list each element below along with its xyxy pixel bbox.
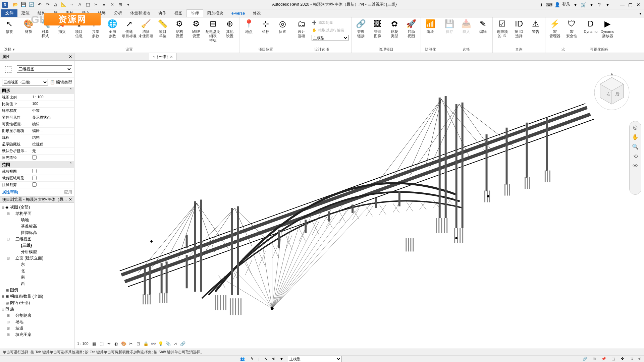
tree-node-立面 (建筑立面)[interactable]: ⊟立面 (建筑立面) [1, 255, 73, 261]
tree-node-基准标高[interactable]: 基准标高 [1, 223, 73, 230]
vcb-style-icon[interactable]: ⬚ [99, 341, 105, 347]
prop-value[interactable]: 显示原状态 [30, 114, 74, 121]
tree-twisty-icon[interactable]: ⊞ [6, 313, 10, 318]
design-option-select[interactable]: 主模型 [312, 35, 348, 41]
tree-twisty-icon[interactable]: ⊟ [1, 205, 5, 209]
status-link-select-icon[interactable]: 🔗 [582, 356, 588, 362]
prop-category-范围[interactable]: 范围⌃ [0, 161, 74, 168]
vcb-crop-show-icon[interactable]: ⊡ [136, 341, 142, 347]
status-pin-icon[interactable]: 📌 [601, 356, 607, 362]
prop-value[interactable]: 编辑... [30, 121, 74, 127]
prop-value[interactable] [30, 182, 74, 188]
tree-node-北[interactable]: 北 [1, 268, 73, 274]
ribbon-row-拾取以进行编辑[interactable]: ✋拾取以进行编辑 [310, 26, 350, 34]
type-dropdown[interactable]: 三维视图 [17, 65, 72, 73]
tree-node-分割轮廓[interactable]: ⊞分割轮廓 [1, 312, 73, 319]
prop-checkbox[interactable] [32, 182, 37, 187]
tree-node-东[interactable]: 东 [1, 261, 73, 268]
ribbon-btn-宏安全性[interactable]: 🛡宏安全性 [564, 18, 580, 39]
tree-node-{三维}[interactable]: {三维} [1, 242, 73, 249]
tree-twisty-icon[interactable]: ⊞ [6, 320, 10, 324]
document-tab-3d[interactable]: ⌂ {三维} ✕ [149, 53, 177, 60]
info-icon[interactable]: ℹ [538, 2, 544, 8]
qat-measure-icon[interactable]: 📐 [60, 1, 67, 8]
qat-close-icon[interactable]: ✕ [109, 1, 115, 8]
prop-checkbox[interactable] [32, 169, 37, 173]
vcb-temp-icon[interactable]: 👓 [150, 341, 156, 347]
qat-redo-icon[interactable]: ↷ [44, 1, 51, 8]
tree-node-族[interactable]: ⊞凹族 [1, 306, 73, 312]
ribbon-btn-清除未使用项[interactable]: 🧹清除未使用项 [138, 18, 154, 39]
status-face-icon[interactable]: ⬚ [610, 356, 616, 362]
ribbon-btn-传递项目标准[interactable]: ↗传递项目标准 [121, 18, 137, 39]
ribbon-btn-管理链接[interactable]: 🔗管理链接 [353, 18, 369, 39]
tree-node-图例[interactable]: ▦图例 [1, 287, 73, 293]
qat-3d-icon[interactable]: ⬚ [85, 1, 91, 8]
ribbon-btn-MEP设置[interactable]: ⚙MEP设置 [188, 18, 204, 39]
tree-twisty-icon[interactable]: ⊟ [6, 237, 10, 241]
prop-row-日光路径[interactable]: 日光路径 [0, 155, 74, 161]
prop-category-图形[interactable]: 图形⌃ [0, 87, 74, 94]
properties-close-icon[interactable]: ✕ [69, 54, 72, 59]
prop-value[interactable]: 按规程 [30, 141, 74, 147]
prop-value[interactable]: 中等 [30, 108, 74, 114]
qat-text-icon[interactable]: A [76, 1, 83, 8]
prop-value[interactable]: 100 [30, 101, 74, 107]
tab-file[interactable]: 文件 [1, 9, 17, 17]
prop-checkbox[interactable] [32, 176, 37, 180]
prop-row-裁剪区域可见[interactable]: 裁剪区域可见 [0, 175, 74, 182]
nav-orbit-icon[interactable]: ⟲ [633, 153, 638, 160]
login-link[interactable]: 登录 [562, 2, 570, 7]
vcb-analytical-icon[interactable]: ⊿ [172, 341, 178, 347]
instance-dropdown[interactable]: 三维视图: {三维} [2, 79, 48, 85]
nav-look-icon[interactable]: 👁 [633, 163, 638, 169]
qat-thin-icon[interactable]: ≡ [101, 1, 107, 8]
qat-sync-icon[interactable]: 🔄 [28, 1, 35, 8]
properties-apply-button[interactable]: 应用 [64, 189, 72, 195]
help-drop-icon[interactable]: ▾ [604, 2, 610, 8]
qat-undo-icon[interactable]: ↶ [36, 1, 43, 8]
vcb-shadow-icon[interactable]: ◐ [113, 341, 119, 347]
ribbon-btn-警告[interactable]: ⚠警告 [528, 18, 544, 35]
ribbon-btn-按 ID选择[interactable]: ID按 ID选择 [511, 18, 527, 39]
tree-twisty-icon[interactable]: ⊟ [6, 256, 10, 260]
vcb-reveal-icon[interactable]: 💡 [158, 341, 164, 347]
app-exchange-icon[interactable]: 🛒 [580, 2, 586, 8]
vcb-constraint-icon[interactable]: 📎 [165, 341, 171, 347]
project-browser-tree[interactable]: ⊟◉视图 (全部)⊟结构平面场地基准标高拱脚标高⊟三维视图{三维}分析模型⊟立面… [0, 203, 74, 349]
help-icon[interactable]: ? [596, 2, 602, 8]
tab-分析[interactable]: 分析 [110, 9, 126, 17]
prop-value[interactable]: 编辑... [30, 128, 74, 134]
prop-value[interactable] [30, 155, 74, 161]
qat-align-icon[interactable]: ↔ [68, 1, 75, 8]
tree-node-三维视图[interactable]: ⊟三维视图 [1, 236, 73, 242]
prop-value[interactable]: 结构 [30, 134, 74, 141]
tab-e-verse[interactable]: e-verse [227, 9, 249, 17]
vcb-sun-icon[interactable]: ☀ [106, 341, 112, 347]
tree-twisty-icon[interactable]: ⊞ [1, 307, 5, 311]
prop-row-规程[interactable]: 规程结构 [0, 134, 74, 141]
vcb-scale[interactable]: 1 : 100 [77, 342, 89, 346]
prop-value[interactable]: 1 : 100 [30, 94, 74, 101]
qat-open-icon[interactable]: 📂 [12, 1, 19, 8]
prop-row-比例值 1:[interactable]: 比例值 1:100 [0, 101, 74, 108]
status-drag-icon[interactable]: ✥ [620, 356, 626, 362]
tree-twisty-icon[interactable]: ⊞ [6, 333, 10, 337]
tab-管理[interactable]: 管理 [186, 9, 203, 17]
prop-row-零件可见性[interactable]: 零件可见性显示原状态 [0, 114, 74, 121]
edit-type-button[interactable]: 📋 编辑类型 [50, 79, 72, 85]
user-icon[interactable]: 👤 [554, 2, 560, 8]
ribbon-btn-编辑[interactable]: ✎编辑 [475, 18, 491, 35]
tree-node-图纸 (全部)[interactable]: ⊞▦图纸 (全部) [1, 300, 73, 306]
prop-row-详细程度[interactable]: 详细程度中等 [0, 108, 74, 114]
vcb-detail-icon[interactable]: ▦ [91, 341, 97, 347]
qat-save-icon[interactable]: 💾 [20, 1, 27, 8]
maximize-icon[interactable]: ▢ [627, 2, 633, 8]
cart-icon[interactable]: ▾ [588, 2, 594, 8]
properties-help-link[interactable]: 属性帮助 [2, 189, 18, 195]
ribbon-btn-Dynamo播放器[interactable]: ▶Dynamo播放器 [599, 18, 615, 39]
prop-row-注释裁剪[interactable]: 注释裁剪 [0, 182, 74, 188]
tree-node-场地[interactable]: ⊞场地 [1, 319, 73, 325]
tab-协作[interactable]: 协作 [154, 9, 170, 17]
vcb-render-icon[interactable]: 🎨 [121, 341, 127, 347]
